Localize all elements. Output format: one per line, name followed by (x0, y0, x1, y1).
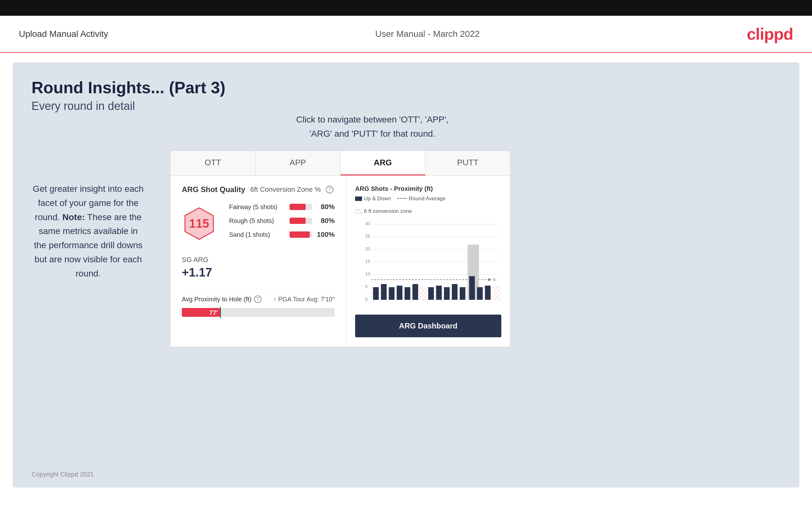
rough-bar (290, 218, 312, 224)
shot-rows: Fairway (5 shots) 80% Rough (5 shots) (229, 203, 335, 244)
sand-pct: 100% (316, 230, 335, 239)
svg-rect-34 (477, 287, 483, 300)
svg-rect-24 (389, 287, 395, 300)
hex-score-section: 115 Fairway (5 shots) 80% (182, 203, 335, 244)
navigate-annotation: Click to navigate between 'OTT', 'APP', … (296, 113, 449, 141)
fairway-bar (290, 204, 312, 210)
card-body: ARG Shot Quality 6ft Conversion Zone % ?… (170, 176, 510, 347)
svg-rect-23 (381, 284, 387, 300)
svg-marker-20 (488, 278, 492, 281)
proximity-title: Avg Proximity to Hole (ft) ? (182, 295, 261, 303)
sand-bar-fill (290, 231, 310, 238)
rough-pct: 80% (316, 217, 335, 225)
tab-arg[interactable]: ARG (341, 151, 426, 175)
chart-legend: Up & Down Round Average 6 ft conversion … (355, 195, 501, 215)
legend-updown-label: Up & Down (364, 195, 391, 202)
page-subtitle: Every round in detail (32, 100, 780, 113)
sg-section: SG ARG +1.17 (182, 256, 335, 279)
tab-ott[interactable]: OTT (170, 151, 256, 175)
sg-value: +1.17 (182, 266, 335, 279)
left-panel: ARG Shot Quality 6ft Conversion Zone % ?… (170, 176, 346, 347)
footer-copyright: Copyright Clippd 2021 (32, 471, 94, 478)
shot-quality-label: ARG Shot Quality (182, 185, 245, 194)
legend-dashed-line (397, 198, 407, 199)
proximity-label-value: 77' (209, 309, 218, 317)
sg-label: SG ARG (182, 256, 335, 264)
fairway-label: Fairway (5 shots) (229, 204, 286, 211)
tab-putt[interactable]: PUTT (425, 151, 510, 175)
svg-rect-28 (428, 287, 434, 300)
sand-bar (290, 231, 312, 238)
svg-text:25: 25 (365, 234, 370, 239)
panel-header: ARG Shot Quality 6ft Conversion Zone % ? (182, 185, 335, 194)
shot-row-sand: Sand (1 shots) 100% (229, 230, 335, 239)
help-icon[interactable]: ? (326, 186, 334, 193)
svg-text:10: 10 (365, 272, 370, 277)
chart-area: 30 25 20 15 10 5 0 (355, 220, 501, 309)
pga-avg: ↑ PGA Tour Avg: 7'10" (273, 296, 335, 303)
svg-rect-31 (452, 284, 458, 300)
legend-up-down: Up & Down (355, 195, 391, 202)
legend-round-avg-label: Round Average (409, 195, 446, 202)
proximity-section: Avg Proximity to Hole (ft) ? ↑ PGA Tour … (182, 288, 335, 317)
proximity-header: Avg Proximity to Hole (ft) ? ↑ PGA Tour … (182, 295, 335, 303)
right-panel: ARG Shots - Proximity (ft) Up & Down Rou… (346, 176, 510, 347)
hexagon-score: 115 (182, 206, 216, 241)
svg-rect-30 (444, 287, 450, 300)
arg-dashboard-button[interactable]: ARG Dashboard (355, 315, 501, 337)
svg-text:30: 30 (365, 221, 370, 226)
fairway-bar-fill (290, 204, 306, 210)
header: Upload Manual Activity User Manual - Mar… (0, 16, 812, 53)
legend-hatched-box (355, 209, 362, 214)
chart-title: ARG Shots - Proximity (ft) (355, 185, 501, 192)
page-title: Round Insights... (Part 3) (32, 78, 780, 97)
legend-round-avg: Round Average (397, 195, 446, 202)
proximity-cursor (220, 307, 221, 318)
svg-text:8: 8 (493, 277, 496, 282)
sand-label: Sand (1 shots) (229, 231, 286, 238)
legend-conversion-zone: 6 ft conversion zone (355, 208, 412, 215)
proximity-help-icon[interactable]: ? (254, 295, 261, 303)
svg-rect-33 (469, 276, 475, 300)
bar-chart-svg: 30 25 20 15 10 5 0 (355, 220, 501, 308)
svg-rect-27 (412, 284, 418, 300)
conversion-label: 6ft Conversion Zone % (250, 185, 321, 194)
clippd-logo: clippd (747, 24, 793, 44)
fairway-pct: 80% (316, 203, 335, 211)
svg-text:20: 20 (365, 246, 370, 251)
svg-rect-26 (405, 287, 410, 300)
proximity-bar: 77' (182, 308, 335, 317)
shot-row-rough: Rough (5 shots) 80% (229, 217, 335, 225)
left-description: Get greater insight into each facet of y… (32, 182, 145, 281)
svg-rect-32 (460, 287, 465, 300)
main-content: Round Insights... (Part 3) Every round i… (13, 62, 799, 488)
dashboard-card: OTT APP ARG PUTT ARG Shot Quality 6ft Co… (170, 151, 510, 347)
svg-rect-22 (373, 287, 379, 300)
shot-row-fairway: Fairway (5 shots) 80% (229, 203, 335, 211)
tabs-container: OTT APP ARG PUTT (170, 151, 510, 176)
svg-text:15: 15 (365, 259, 370, 264)
svg-rect-35 (485, 286, 491, 300)
legend-conversion-label: 6 ft conversion zone (364, 208, 412, 215)
header-center-title: User Manual - March 2022 (375, 29, 479, 39)
svg-rect-25 (397, 286, 402, 300)
legend-box-updown (355, 196, 362, 201)
rough-label: Rough (5 shots) (229, 217, 286, 225)
svg-text:0: 0 (365, 297, 368, 302)
upload-manual-activity[interactable]: Upload Manual Activity (19, 29, 108, 39)
hex-number: 115 (189, 217, 209, 230)
rough-bar-fill (290, 218, 306, 224)
svg-text:5: 5 (365, 284, 368, 289)
tab-app[interactable]: APP (256, 151, 341, 175)
svg-rect-29 (436, 286, 442, 300)
top-bar (0, 0, 812, 16)
